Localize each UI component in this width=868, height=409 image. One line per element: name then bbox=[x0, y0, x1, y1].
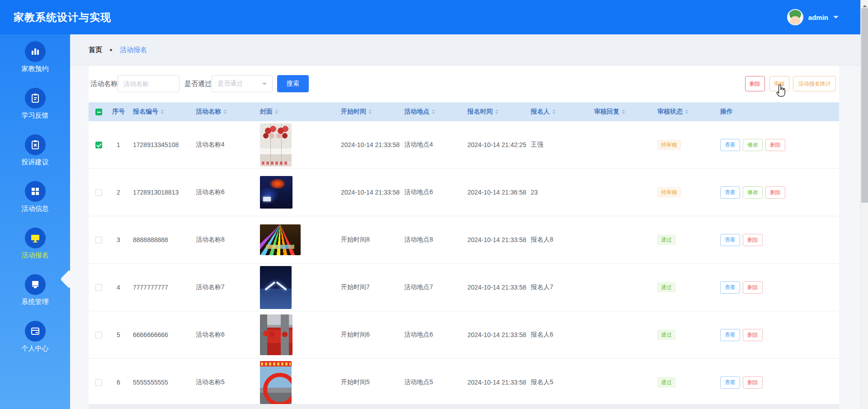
view-button[interactable]: 查看 bbox=[720, 329, 740, 341]
page-scrollbar[interactable] bbox=[860, 0, 868, 409]
cell-status: 通过 bbox=[653, 264, 715, 311]
clipboard-x-icon bbox=[25, 134, 46, 155]
sidebar-item-profile[interactable]: 个人中心 bbox=[0, 321, 70, 353]
cell-cover bbox=[255, 359, 336, 406]
sidebar-item-activity-signup[interactable]: 活动报名 bbox=[0, 228, 70, 260]
scrollbar-thumb[interactable] bbox=[861, 8, 868, 203]
sort-icon[interactable] bbox=[275, 108, 278, 116]
row-checkbox[interactable] bbox=[95, 284, 102, 291]
app-header: 家教系统设计与实现 admin bbox=[0, 0, 860, 34]
row-checkbox[interactable] bbox=[95, 237, 102, 243]
sort-icon[interactable] bbox=[223, 108, 227, 116]
cell-cover bbox=[255, 311, 336, 358]
sort-icon[interactable] bbox=[160, 108, 164, 116]
row-checkbox[interactable] bbox=[95, 142, 102, 148]
column-header-regtime[interactable]: 报名时间 bbox=[463, 102, 526, 121]
sidebar-item-system-admin[interactable]: 系统管理 bbox=[0, 274, 70, 306]
status-badge: 待审核 bbox=[657, 187, 681, 197]
column-label: 序号 bbox=[112, 108, 125, 116]
column-header-place[interactable]: 活动地点 bbox=[400, 102, 463, 121]
delete-button[interactable]: 删除 bbox=[743, 281, 763, 294]
sort-icon[interactable] bbox=[622, 108, 625, 116]
signup-stats-button[interactable]: 活动报名统计 bbox=[793, 76, 836, 91]
cell-person: 报名人5 bbox=[526, 359, 590, 406]
sidebar-item-activity-info[interactable]: 活动信息 bbox=[0, 181, 70, 213]
table-row: 56666666666活动名称6开始时间6活动地点62024-10-14 21:… bbox=[89, 311, 839, 359]
breadcrumb-current[interactable]: 活动报名 bbox=[120, 46, 147, 54]
cell-cover bbox=[255, 264, 336, 311]
column-header-code[interactable]: 报名编号 bbox=[128, 102, 191, 121]
view-button[interactable]: 查看 bbox=[720, 281, 740, 294]
cell-ops: 查看删除 bbox=[715, 359, 839, 406]
delete-button[interactable]: 删除 bbox=[765, 186, 785, 199]
column-header-select bbox=[89, 102, 108, 121]
cell-sel bbox=[89, 311, 108, 358]
batch-delete-button[interactable]: 删除 bbox=[745, 76, 765, 91]
sort-icon[interactable] bbox=[368, 108, 372, 116]
view-button[interactable]: 查看 bbox=[720, 186, 740, 199]
breadcrumb-home[interactable]: 首页 bbox=[89, 46, 102, 54]
cell-status: 待审核 bbox=[653, 121, 715, 168]
avatar[interactable] bbox=[787, 9, 803, 25]
edit-button[interactable]: 修改 bbox=[743, 139, 763, 151]
pass-filter-select[interactable]: 是否通过 bbox=[212, 75, 273, 92]
cell-place: 活动地点5 bbox=[400, 359, 463, 406]
column-header-reply[interactable]: 审核回复 bbox=[590, 102, 653, 121]
sidebar-item-complaints[interactable]: 投诉建议 bbox=[0, 134, 70, 166]
column-header-cover[interactable]: 封面 bbox=[255, 102, 336, 121]
cell-reply bbox=[590, 264, 653, 311]
cell-sel bbox=[89, 169, 108, 216]
cell-no: 1 bbox=[108, 121, 128, 168]
column-header-name[interactable]: 活动名称 bbox=[191, 102, 255, 121]
column-label: 操作 bbox=[720, 108, 733, 116]
sort-icon[interactable] bbox=[685, 108, 689, 116]
cell-name: 活动名称5 bbox=[191, 359, 255, 406]
row-checkbox[interactable] bbox=[95, 332, 102, 338]
column-header-start[interactable]: 开始时间 bbox=[336, 102, 400, 121]
view-button[interactable]: 查看 bbox=[720, 139, 740, 151]
cell-start: 开始时间5 bbox=[336, 359, 400, 406]
user-menu[interactable]: admin bbox=[787, 0, 839, 34]
delete-button[interactable]: 删除 bbox=[743, 329, 763, 341]
search-button[interactable]: 搜索 bbox=[277, 75, 309, 92]
cell-place: 活动地点8 bbox=[400, 216, 463, 263]
column-header-status[interactable]: 审核状态 bbox=[653, 102, 715, 121]
column-label: 报名人 bbox=[531, 108, 550, 116]
cell-ops: 查看删除 bbox=[715, 264, 839, 311]
cell-regtime: 2024-10-14 21:33:58 bbox=[463, 311, 526, 358]
select-all-checkbox[interactable] bbox=[95, 109, 102, 115]
view-button[interactable]: 查看 bbox=[720, 376, 740, 389]
cell-start: 2024-10-14 21:33:58 bbox=[336, 169, 400, 216]
status-badge: 通过 bbox=[657, 282, 675, 292]
delete-button[interactable]: 删除 bbox=[743, 234, 763, 246]
page-title: 家教系统设计与实现 bbox=[14, 0, 111, 34]
scroll-up-icon[interactable] bbox=[863, 3, 867, 7]
cell-status: 通过 bbox=[653, 359, 715, 406]
activity-cover-image bbox=[260, 124, 292, 166]
cell-person: 王强 bbox=[526, 121, 590, 168]
cell-start: 开始时间8 bbox=[336, 216, 400, 263]
sort-icon[interactable] bbox=[552, 108, 556, 116]
cell-no: 6 bbox=[108, 359, 128, 406]
sidebar-item-tutor-booking[interactable]: 家教预约 bbox=[0, 41, 70, 73]
grid-icon bbox=[25, 181, 46, 202]
activity-name-label: 活动名称 bbox=[90, 75, 118, 92]
column-header-person[interactable]: 报名人 bbox=[526, 102, 590, 121]
row-checkbox[interactable] bbox=[95, 379, 102, 386]
view-button[interactable]: 查看 bbox=[720, 234, 740, 246]
sidebar-item-study-feedback[interactable]: 学习反馈 bbox=[0, 88, 70, 120]
cell-person: 报名人7 bbox=[526, 264, 590, 311]
cell-code: 1728913018813 bbox=[128, 169, 191, 216]
horizontal-scrollbar[interactable] bbox=[89, 404, 839, 409]
delete-button[interactable]: 删除 bbox=[743, 376, 763, 389]
row-checkbox[interactable] bbox=[95, 189, 102, 196]
column-label: 活动名称 bbox=[196, 108, 221, 116]
shop-icon bbox=[25, 274, 46, 295]
sort-icon[interactable] bbox=[495, 108, 499, 116]
cell-reply bbox=[590, 121, 653, 168]
activity-name-input[interactable] bbox=[118, 75, 179, 92]
table-row: 65555555555活动名称5开始时间5活动地点52024-10-14 21:… bbox=[89, 359, 839, 406]
edit-button[interactable]: 修改 bbox=[743, 186, 763, 199]
delete-button[interactable]: 删除 bbox=[765, 139, 785, 151]
sort-icon[interactable] bbox=[432, 108, 435, 116]
